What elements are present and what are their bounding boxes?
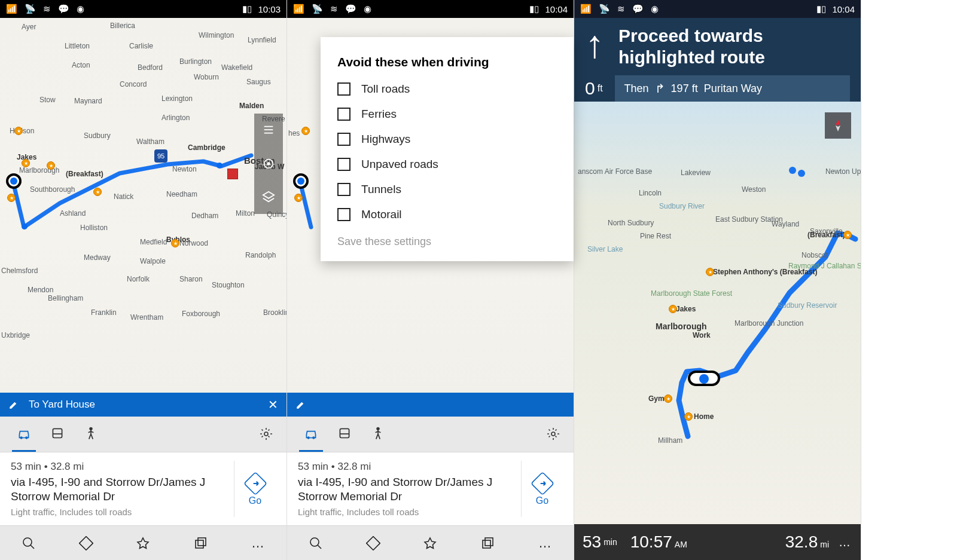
go-label: Go (249, 495, 261, 506)
checkbox-motorail[interactable]: Motorail (337, 208, 557, 221)
svg-point-7 (264, 432, 268, 436)
route-polyline (574, 102, 861, 520)
nav-more[interactable]: … (531, 529, 559, 558)
checkbox-toll-roads[interactable]: Toll roads (337, 82, 557, 96)
footer-more-button[interactable]: … (839, 535, 852, 549)
svg-rect-13 (198, 538, 206, 546)
dialog-title: Avoid these when driving (337, 55, 557, 69)
poi-icon[interactable] (301, 127, 310, 135)
map-stack-button[interactable] (254, 180, 283, 214)
mode-car[interactable] (7, 416, 41, 452)
map-label: Wrentham (130, 313, 163, 322)
wifi-icon: 📡 (312, 4, 323, 14)
poi-icon[interactable] (22, 159, 30, 167)
checkbox-unpaved[interactable]: Unpaved roads (337, 158, 557, 171)
poi-icon[interactable] (93, 188, 102, 196)
status-time: 10:03 (258, 4, 281, 14)
map-locate-button[interactable] (254, 147, 283, 180)
route-via: via I-495, I-90 and Storrow Dr/James J S… (11, 475, 234, 504)
nav-directions[interactable] (72, 529, 100, 558)
svg-rect-23 (366, 536, 380, 550)
go-button[interactable]: Go (234, 461, 276, 517)
checkbox-ferries[interactable]: Ferries (337, 108, 557, 121)
route-card[interactable]: 53 min • 32.8 mi via I-495, I-90 and Sto… (287, 452, 574, 525)
map-label: North Sudbury (608, 219, 654, 227)
mode-walk[interactable] (361, 416, 395, 452)
navigation-map[interactable]: anscom Air Force Base Lakeview Weston Ne… (574, 102, 861, 524)
poi-icon[interactable] (669, 305, 677, 313)
arrow-up-icon: ↑ (585, 25, 604, 63)
poi-icon[interactable] (171, 239, 179, 247)
checkbox-icon (337, 133, 351, 146)
checkbox-icon (337, 183, 351, 196)
nav-search[interactable] (14, 529, 43, 558)
phone-screen-1: 📶 📡 ≋ 💬 ◉ ▮▯ 10:03 Ayer Billerica Little… (0, 0, 287, 560)
map-label: Cambridge (188, 143, 225, 152)
checkbox-icon (337, 208, 351, 221)
poi-icon[interactable] (706, 268, 714, 276)
nav-collections[interactable] (186, 529, 215, 558)
bottom-nav: … (0, 525, 287, 560)
mode-transit[interactable] (328, 416, 361, 452)
nav-search[interactable] (301, 529, 330, 558)
map-label: Randolph (245, 251, 276, 259)
map-view[interactable]: Ayer Billerica Littleton Carlisle Wilmin… (0, 18, 287, 393)
nav-collections[interactable] (473, 529, 502, 558)
map-label: Saugus (246, 78, 271, 86)
checkbox-tunnels[interactable]: Tunnels (337, 183, 557, 196)
route-options-button[interactable] (253, 421, 279, 447)
poi-icon[interactable] (14, 127, 23, 135)
turn-right-icon: ↱ (655, 81, 665, 96)
poi-icon[interactable] (7, 194, 16, 202)
record-icon: ◉ (364, 4, 371, 14)
route-card[interactable]: 53 min • 32.8 mi via I-495, I-90 and Sto… (0, 452, 287, 525)
svg-point-21 (310, 538, 319, 546)
svg-line-22 (318, 545, 321, 549)
map-label: Newton Upper F (825, 167, 861, 176)
map-label: Bellingham (48, 294, 83, 302)
map-label: Ashland (60, 209, 86, 218)
map-label: Jakes (676, 305, 696, 313)
poi-icon[interactable] (294, 194, 303, 202)
signal-icon: 📶 (580, 4, 592, 14)
map-layers-button[interactable] (254, 114, 283, 147)
nav-directions[interactable] (359, 529, 388, 558)
poi-icon[interactable] (843, 231, 852, 239)
poi-icon[interactable] (664, 394, 672, 403)
map-label: Southborough (30, 185, 75, 194)
nav-favorites[interactable] (416, 529, 444, 558)
route-origin-marker (6, 173, 22, 189)
destination-bar[interactable]: To Yard House ✕ (0, 393, 287, 417)
edit-icon (8, 399, 19, 410)
poi-icon[interactable] (684, 412, 693, 421)
mode-walk[interactable] (74, 416, 108, 452)
checkbox-highways[interactable]: Highways (337, 133, 557, 146)
compass-button[interactable] (825, 112, 851, 139)
nav-favorites[interactable] (129, 529, 157, 558)
footer-ampm: AM (675, 540, 687, 549)
route-meta: 53 min • 32.8 mi (11, 461, 234, 473)
close-icon[interactable]: ✕ (268, 397, 278, 412)
map-label: Arlington (161, 114, 190, 122)
go-button[interactable]: Go (521, 461, 563, 517)
mode-car[interactable] (294, 416, 328, 452)
transport-mode-tabs (0, 417, 287, 452)
map-label: Millham (658, 436, 682, 445)
mode-transit[interactable] (41, 416, 74, 452)
route-traffic: Light traffic, Includes toll roads (298, 507, 521, 517)
svg-point-19 (551, 432, 555, 436)
map-label: Marlborough State Forest (651, 289, 732, 298)
save-settings-button[interactable]: Save these settings (337, 235, 557, 248)
map-annotation: (Breakfast) (66, 170, 103, 178)
poi-icon[interactable] (47, 161, 55, 170)
map-label: Wilmington (199, 31, 234, 39)
go-label: Go (536, 495, 548, 506)
nav-more[interactable]: … (243, 529, 272, 558)
nav-then-row[interactable]: Then ↱ 197 ft Puritan Way (615, 75, 850, 102)
map-label: Walpole (140, 257, 166, 265)
route-options-button[interactable] (540, 421, 566, 447)
destination-bar[interactable] (287, 393, 574, 417)
map-label: hes (288, 129, 300, 137)
go-icon (243, 472, 267, 495)
map-label: Lakeview (681, 169, 711, 177)
